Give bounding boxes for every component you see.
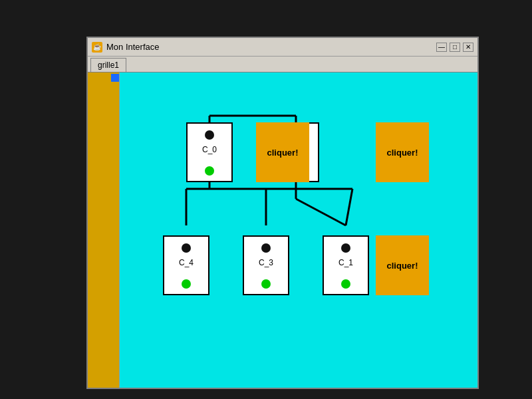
node-C0-bottom-dot: [205, 166, 214, 176]
node-C1-label: C_1: [338, 258, 353, 267]
sidebar-marker: [111, 74, 119, 82]
close-button[interactable]: ✕: [463, 43, 473, 52]
main-window: ☕ Mon Interface — □ ✕ grille1: [86, 37, 479, 389]
cliquer-button-2[interactable]: cliquer!: [376, 122, 429, 182]
node-C4-top-dot: [182, 243, 191, 253]
node-C3-bottom-dot: [261, 279, 271, 289]
tab-grille1[interactable]: grille1: [90, 58, 126, 72]
svg-line-9: [346, 189, 352, 225]
minimize-button[interactable]: —: [436, 43, 447, 52]
node-C0: C_0: [186, 122, 233, 182]
cliquer-button-1[interactable]: cliquer!: [256, 122, 309, 182]
node-C4-label: C_4: [179, 258, 194, 267]
app-icon: ☕: [92, 42, 102, 53]
maximize-button[interactable]: □: [450, 43, 460, 52]
node-C4-bottom-dot: [182, 279, 191, 289]
titlebar: ☕ Mon Interface — □ ✕: [88, 38, 477, 57]
tab-bar: grille1: [88, 57, 477, 72]
window-controls: — □ ✕: [436, 43, 473, 52]
node-C0-label: C_0: [202, 145, 217, 154]
window-title: Mon Interface: [106, 42, 436, 52]
node-C3-top-dot: [261, 243, 271, 253]
canvas-area: C_0 C_2 cliquer! cliquer! C_4: [120, 72, 477, 388]
main-area: C_0 C_2 cliquer! cliquer! C_4: [88, 72, 477, 388]
sidebar: [88, 72, 120, 388]
node-C3: C_3: [243, 235, 289, 295]
node-C4: C_4: [163, 235, 209, 295]
node-C1-top-dot: [341, 243, 350, 253]
svg-line-8: [296, 199, 346, 225]
connections-svg: [120, 72, 477, 388]
node-C3-label: C_3: [259, 258, 273, 267]
cliquer-button-3[interactable]: cliquer!: [376, 235, 429, 295]
node-C1: C_1: [323, 235, 369, 295]
node-C1-bottom-dot: [341, 279, 350, 289]
node-C0-top-dot: [205, 130, 214, 140]
